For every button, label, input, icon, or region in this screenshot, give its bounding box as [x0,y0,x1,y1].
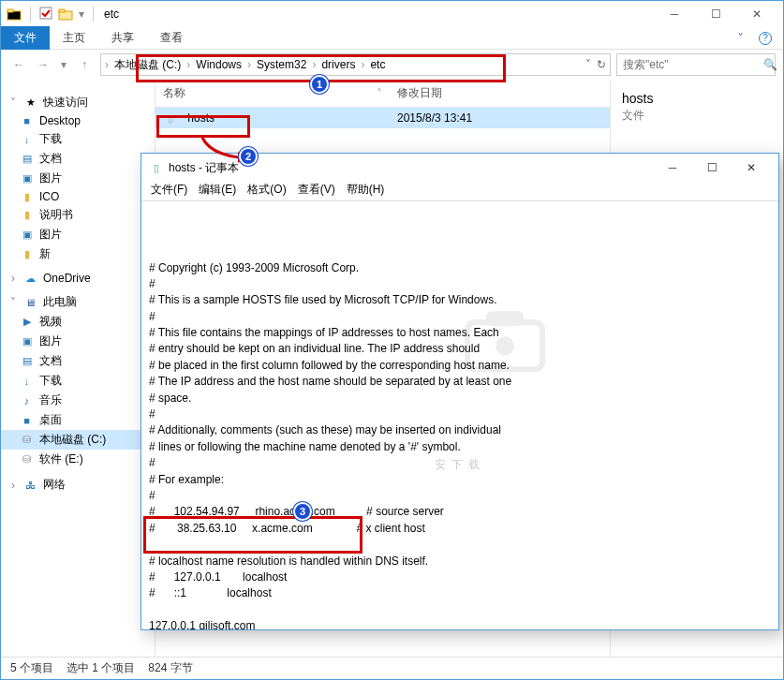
search-icon[interactable]: 🔍 [763,58,777,71]
minimize-button[interactable]: ─ [654,1,695,27]
drive-icon: ⛁ [20,434,34,447]
menu-file[interactable]: 文件(F) [151,182,187,200]
download-icon: ↓ [20,133,34,146]
breadcrumb-item[interactable]: System32 [254,56,309,73]
tab-share[interactable]: 共享 [98,26,147,50]
breadcrumb-item[interactable]: Windows [193,56,244,73]
sidebar-onedrive[interactable]: ›☁OneDrive [1,270,155,287]
maximize-button[interactable]: ☐ [695,1,736,27]
download-icon: ↓ [20,375,34,388]
qat-dropdown-icon[interactable]: ▾ [79,7,84,21]
quick-access-toolbar: ▾ [7,7,96,22]
file-date: 2015/8/3 13:41 [390,110,610,126]
notepad-title: hosts - 记事本 [169,160,653,176]
notepad-text-area[interactable]: 安下载 # Copyright (c) 1993-2009 Microsoft … [141,200,778,629]
breadcrumb: › 本地磁盘 (C:) › Windows › System32 › drive… [105,55,582,75]
minimize-button[interactable]: ─ [653,155,692,181]
star-icon: ★ [23,96,37,110]
status-selected-count: 选中 1 个项目 [67,660,135,676]
search-box[interactable]: 🔍 [616,53,776,76]
sidebar-item[interactable]: ▶视频 [1,312,155,332]
sidebar-item[interactable]: ↓下载 [1,129,155,149]
sidebar-network[interactable]: ›🖧网络 [1,475,155,495]
nav-history-dropdown[interactable]: ▾ [57,54,70,75]
picture-icon: ▣ [20,335,34,348]
sidebar-quick-access[interactable]: ˅★快速访问 [1,93,155,112]
onedrive-icon: ☁ [23,272,37,285]
sidebar-item[interactable]: ▮说明书 [1,205,155,225]
desktop-icon: ■ [20,414,34,427]
notepad-titlebar: ▯ hosts - 记事本 ─ ☐ ✕ [141,154,778,182]
status-bar: 5 个项目 选中 1 个项目 824 字节 [1,657,783,679]
sidebar-item[interactable]: ▮新 [1,244,155,264]
sidebar-item[interactable]: ▮ICO [1,188,155,205]
folder-icon [7,7,22,21]
network-icon: 🖧 [23,479,37,492]
tab-home[interactable]: 主页 [50,26,98,50]
sidebar-item[interactable]: ▤文档 [1,351,155,371]
pc-icon: 🖥 [23,296,37,309]
sidebar-item[interactable]: ▣图片 [1,169,155,188]
svg-rect-4 [59,9,65,12]
chevron-right-icon: › [186,58,190,71]
chevron-right-icon: › [361,58,364,71]
sidebar-item[interactable]: ↓下载 [1,371,155,391]
chevron-right-icon: › [247,58,251,71]
folder-icon: ▮ [20,190,34,203]
sort-asc-icon: ˄ [377,87,382,100]
sidebar-item-drive-c[interactable]: ⛁本地磁盘 (C:) [1,430,155,450]
sidebar-item[interactable]: ▣图片 [1,332,155,351]
tab-view[interactable]: 查看 [147,26,196,50]
address-bar[interactable]: › 本地磁盘 (C:) › Windows › System32 › drive… [100,53,611,76]
sidebar-item[interactable]: ■桌面 [1,410,155,430]
breadcrumb-item[interactable]: 本地磁盘 (C:) [111,55,184,75]
file-row[interactable]: ▯ hosts 2015/8/3 13:41 [155,108,610,128]
maximize-button[interactable]: ☐ [692,155,732,181]
status-item-count: 5 个项目 [10,660,53,676]
close-button[interactable]: ✕ [732,155,771,181]
notepad-icon: ▯ [149,161,163,174]
video-icon: ▶ [20,316,34,329]
explorer-titlebar: ▾ etc ─ ☐ ✕ [1,1,783,27]
menu-help[interactable]: 帮助(H) [347,182,385,200]
menu-format[interactable]: 格式(O) [247,182,286,200]
sidebar-item[interactable]: ■Desktop [1,112,155,129]
column-date[interactable]: 修改日期 [390,83,610,103]
folder-icon: ▮ [20,209,34,222]
sidebar-item[interactable]: ▤文档 [1,149,155,169]
column-name[interactable]: 名称˄ [155,83,390,103]
checkbox-icon[interactable] [39,7,52,22]
drive-icon: ⛁ [20,453,34,466]
menu-view[interactable]: 查看(V) [298,182,335,200]
nav-forward-button[interactable]: → [33,54,53,75]
chevron-right-icon[interactable]: › [105,58,109,71]
chevron-right-icon: › [312,58,316,71]
notepad-content: # Copyright (c) 1993-2009 Microsoft Corp… [149,260,771,629]
svg-rect-2 [40,7,52,19]
window-title: etc [104,7,119,21]
desktop-icon: ■ [20,114,34,127]
folder-icon: ▮ [20,248,34,261]
breadcrumb-item[interactable]: etc [367,56,388,73]
notepad-menubar: 文件(F) 编辑(E) 格式(O) 查看(V) 帮助(H) [141,182,778,200]
tab-file[interactable]: 文件 [1,26,50,50]
nav-back-button[interactable]: ← [8,54,29,75]
breadcrumb-item[interactable]: drivers [318,56,358,73]
close-button[interactable]: ✕ [736,1,777,27]
sidebar-item-drive-e[interactable]: ⛁软件 (E:) [1,450,155,469]
sidebar-item[interactable]: ♪音乐 [1,391,155,410]
address-dropdown-icon[interactable]: ˅ [585,58,591,71]
preview-filename: hosts [622,91,772,106]
ribbon-expand-icon[interactable]: ˅ [737,31,744,46]
help-icon[interactable]: ? [759,32,772,45]
svg-rect-1 [7,9,13,12]
nav-up-button[interactable]: ↑ [74,54,95,75]
search-input[interactable] [623,58,763,71]
sidebar-item[interactable]: ▣图片 [1,225,155,244]
refresh-icon[interactable]: ↻ [597,58,606,71]
folder-icon[interactable] [58,7,73,21]
notepad-window: ▯ hosts - 记事本 ─ ☐ ✕ 文件(F) 编辑(E) 格式(O) 查看… [141,153,779,630]
sidebar-this-pc[interactable]: ˅🖥此电脑 [1,292,155,312]
file-icon: ▯ [163,111,177,125]
menu-edit[interactable]: 编辑(E) [199,182,236,200]
